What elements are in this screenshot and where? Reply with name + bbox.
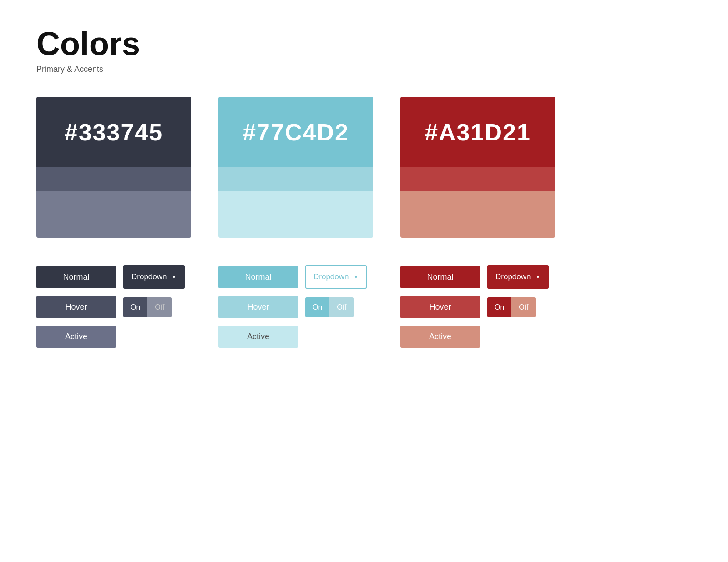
swatch-red-hex: #A31D21 — [425, 119, 531, 146]
swatch-red-mid — [400, 167, 555, 191]
toggle-red-on[interactable]: On — [487, 297, 511, 317]
dropdown-red-arrow-icon: ▼ — [536, 274, 541, 280]
toggle-red-off[interactable]: Off — [511, 297, 536, 317]
state-group-red: Normal Dropdown ▼ Hover On Off Active — [400, 265, 555, 355]
swatch-red-top: #A31D21 — [400, 97, 555, 167]
btn-dark-normal[interactable]: Normal — [36, 266, 116, 288]
btn-teal-hover[interactable]: Hover — [218, 296, 298, 318]
btn-red-hover[interactable]: Hover — [400, 296, 480, 318]
state-group-dark: Normal Dropdown ▼ Hover On Off Active — [36, 265, 191, 355]
state-row-red-hover: Hover On Off — [400, 296, 555, 318]
swatch-dark-hex: #333745 — [65, 119, 163, 146]
swatch-teal-hex: #77C4D2 — [243, 119, 349, 146]
state-row-dark-hover: Hover On Off — [36, 296, 191, 318]
dropdown-teal[interactable]: Dropdown ▼ — [305, 265, 367, 289]
btn-teal-normal[interactable]: Normal — [218, 266, 298, 288]
state-row-teal-hover: Hover On Off — [218, 296, 373, 318]
swatch-teal-mid — [218, 167, 373, 191]
state-row-red-normal: Normal Dropdown ▼ — [400, 265, 555, 289]
page-subtitle: Primary & Accents — [36, 65, 692, 74]
btn-dark-active[interactable]: Active — [36, 326, 116, 348]
swatch-teal-top: #77C4D2 — [218, 97, 373, 167]
toggle-dark-on[interactable]: On — [123, 297, 147, 317]
dropdown-dark-arrow-icon: ▼ — [172, 274, 177, 280]
btn-dark-hover[interactable]: Hover — [36, 296, 116, 318]
toggle-dark-off[interactable]: Off — [147, 297, 172, 317]
btn-teal-active[interactable]: Active — [218, 326, 298, 348]
swatch-red-bottom — [400, 191, 555, 238]
toggle-teal-off[interactable]: Off — [329, 297, 354, 317]
page-title: Colors — [36, 27, 692, 60]
swatch-dark-top: #333745 — [36, 97, 191, 167]
swatch-red: #A31D21 — [400, 97, 555, 238]
dropdown-red-label: Dropdown — [495, 272, 531, 281]
swatch-teal-bottom — [218, 191, 373, 238]
dropdown-dark-label: Dropdown — [131, 272, 167, 281]
dropdown-dark[interactable]: Dropdown ▼ — [123, 265, 185, 289]
toggle-teal[interactable]: On Off — [305, 297, 354, 317]
swatch-dark: #333745 — [36, 97, 191, 238]
toggle-teal-on[interactable]: On — [305, 297, 329, 317]
btn-red-active[interactable]: Active — [400, 326, 480, 348]
state-row-dark-active: Active — [36, 326, 191, 348]
swatch-teal: #77C4D2 — [218, 97, 373, 238]
dropdown-teal-arrow-icon: ▼ — [354, 274, 359, 280]
swatch-dark-bottom — [36, 191, 191, 238]
swatch-dark-mid — [36, 167, 191, 191]
dropdown-teal-label: Dropdown — [313, 272, 349, 281]
color-swatch-grid: #333745 #77C4D2 #A31D21 — [36, 97, 692, 238]
btn-red-normal[interactable]: Normal — [400, 266, 480, 288]
state-row-dark-normal: Normal Dropdown ▼ — [36, 265, 191, 289]
toggle-red[interactable]: On Off — [487, 297, 536, 317]
state-group-teal: Normal Dropdown ▼ Hover On Off Active — [218, 265, 373, 355]
toggle-dark[interactable]: On Off — [123, 297, 172, 317]
state-row-teal-normal: Normal Dropdown ▼ — [218, 265, 373, 289]
states-section: Normal Dropdown ▼ Hover On Off Active No… — [36, 265, 692, 355]
state-row-teal-active: Active — [218, 326, 373, 348]
dropdown-red[interactable]: Dropdown ▼ — [487, 265, 549, 289]
state-row-red-active: Active — [400, 326, 555, 348]
